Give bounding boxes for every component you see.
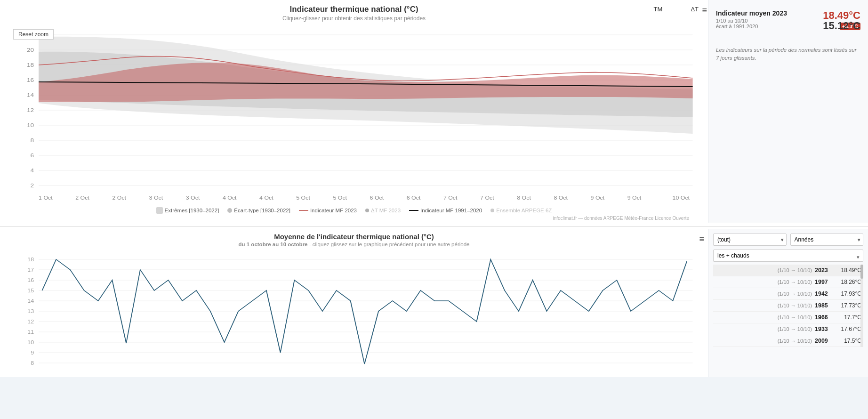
svg-text:14: 14 [27, 298, 34, 304]
svg-text:20: 20 [27, 47, 34, 53]
filter-chauds-select[interactable]: les + chauds [713, 250, 863, 262]
svg-text:2 Oct: 2 Oct [75, 195, 90, 201]
filter-annees-select[interactable]: Années [790, 234, 864, 246]
reset-zoom-button[interactable]: Reset zoom [13, 29, 54, 40]
ranking-item-1966[interactable]: (1/10 → 10/10) 1966 17.7°C [713, 312, 863, 323]
tm-label: TM [654, 6, 663, 13]
bottom-section: Moyenne de l'indicateur thermique nation… [0, 227, 868, 377]
filter-tout-select[interactable]: (tout) [713, 234, 787, 246]
chart-title-bottom: Moyenne de l'indicateur thermique nation… [9, 233, 699, 241]
indicator-date-range: 1/10 au 10/10 [716, 18, 787, 24]
svg-text:1 Oct: 1 Oct [39, 195, 53, 201]
svg-text:15: 15 [27, 288, 34, 293]
svg-text:4 Oct: 4 Oct [259, 195, 274, 201]
legend-bar: Extrêmes [1930–2022] Écart-type [1930–20… [9, 204, 699, 216]
right-panel-bottom: (tout) ▾ Années ▾ les + chauds ▾ [708, 229, 868, 377]
svg-text:8 Oct: 8 Oct [517, 195, 531, 201]
svg-text:9: 9 [31, 350, 34, 355]
svg-text:3 Oct: 3 Oct [186, 195, 201, 201]
svg-text:14: 14 [27, 92, 34, 98]
svg-text:11: 11 [27, 330, 34, 335]
scrollbar-track[interactable] [860, 265, 863, 347]
svg-text:10: 10 [27, 122, 34, 128]
subtitle-rest: - cliquez glissez sur le graphique précé… [308, 242, 470, 247]
ranking-item-2023[interactable]: (1/10 → 10/10) 2023 18.49°C [713, 265, 863, 276]
svg-text:10: 10 [27, 340, 34, 345]
svg-text:8: 8 [31, 137, 34, 143]
ranking-item-1942[interactable]: (1/10 → 10/10) 1942 17.93°C [713, 288, 863, 300]
svg-text:13: 13 [27, 309, 34, 314]
ranking-item-1933[interactable]: (1/10 → 10/10) 1933 17.67°C [713, 323, 863, 335]
svg-text:6 Oct: 6 Oct [407, 195, 421, 201]
legend-ensemble: Ensemble ARPEGE 6Z [490, 208, 552, 213]
svg-text:7 Oct: 7 Oct [480, 195, 495, 201]
top-chart-svg: 22 20 18 16 14 12 10 8 6 4 2 [9, 25, 699, 204]
legend-indicateur-1991: Indicateur MF 1991–2020 [409, 208, 482, 213]
chart-subtitle-bottom: du 1 octobre au 10 octobre - cliquez gli… [9, 242, 699, 247]
dt-label: ΔT [691, 6, 699, 13]
bottom-chart-svg: 18 17 16 15 14 13 12 11 10 9 8 [9, 250, 699, 377]
ranking-container: (1/10 → 10/10) 2023 18.49°C (1/10 → 10/1… [713, 265, 863, 347]
top-section: Indicateur thermique national (°C) Cliqu… [0, 0, 868, 227]
chart-area-top: Indicateur thermique national (°C) Cliqu… [0, 0, 708, 223]
svg-text:17: 17 [27, 267, 34, 273]
ranking-item-2009[interactable]: (1/10 → 10/10) 2009 17.5°C [713, 335, 863, 347]
svg-text:2 Oct: 2 Oct [112, 195, 127, 201]
svg-text:6 Oct: 6 Oct [370, 195, 385, 201]
legend-delta-mf: ΔT MF 2023 [365, 208, 401, 213]
top-menu-icon[interactable]: ≡ [702, 6, 707, 16]
subtitle-bold: du 1 octobre au 10 octobre [239, 242, 308, 247]
svg-text:8 Oct: 8 Oct [554, 195, 568, 201]
svg-text:3 Oct: 3 Oct [149, 195, 164, 201]
ranking-item-1997[interactable]: (1/10 → 10/10) 1997 18.26°C [713, 276, 863, 288]
svg-text:18: 18 [27, 257, 34, 262]
chart-area-bottom: Moyenne de l'indicateur thermique nation… [0, 229, 708, 377]
svg-text:4 Oct: 4 Oct [223, 195, 237, 201]
legend-extremes: Extrêmes [1930–2022] [156, 207, 219, 214]
svg-text:16: 16 [27, 77, 34, 83]
chart-title-top: Indicateur thermique national (°C) [9, 5, 699, 14]
top-chart-wrapper: Reset zoom [9, 25, 699, 204]
svg-text:18: 18 [27, 62, 34, 68]
svg-text:5 Oct: 5 Oct [333, 195, 347, 201]
svg-text:8: 8 [31, 361, 34, 366]
ranking-list: (1/10 → 10/10) 2023 18.49°C (1/10 → 10/1… [713, 265, 863, 347]
svg-text:5 Oct: 5 Oct [296, 195, 311, 201]
svg-text:6: 6 [31, 153, 34, 158]
ranking-item-1985[interactable]: (1/10 → 10/10) 1985 17.73°C [713, 300, 863, 312]
legend-ecart-type: Écart-type [1930–2022] [227, 208, 290, 213]
svg-text:12: 12 [27, 319, 34, 324]
scrollbar-thumb[interactable] [860, 265, 863, 279]
svg-text:12: 12 [27, 107, 34, 113]
indicator-ecart: écart à 1991-2020 [716, 24, 787, 29]
source-text: infoclimat.fr — données ARPEGE Météo-Fra… [9, 216, 699, 223]
chart-subtitle-top: Cliquez-glissez pour obtenir des statist… [9, 15, 699, 22]
legend-indicateur-mf: Indicateur MF 2023 [299, 208, 357, 213]
indicator-moyen-title: Indicateur moyen 2023 [716, 9, 787, 17]
main-container: Indicateur thermique national (°C) Cliqu… [0, 0, 868, 377]
svg-text:9 Oct: 9 Oct [591, 195, 605, 201]
bottom-menu-icon[interactable]: ≡ [699, 234, 704, 244]
svg-text:7 Oct: 7 Oct [443, 195, 458, 201]
right-panel-top: Indicateur moyen 2023 1/10 au 10/10 écar… [708, 0, 868, 223]
svg-text:4: 4 [31, 168, 34, 173]
temp-secondary: 15.12°C [823, 20, 860, 32]
svg-text:10 Oct: 10 Oct [673, 195, 690, 201]
bottom-chart-wrapper: 18 17 16 15 14 13 12 11 10 9 8 [9, 250, 699, 377]
filter-row: (tout) ▾ Années ▾ [713, 234, 863, 246]
indicator-note: Les indicateurs sur la période des norma… [716, 46, 860, 63]
svg-text:2: 2 [31, 183, 34, 188]
svg-text:16: 16 [27, 278, 34, 283]
svg-text:9 Oct: 9 Oct [627, 195, 642, 201]
